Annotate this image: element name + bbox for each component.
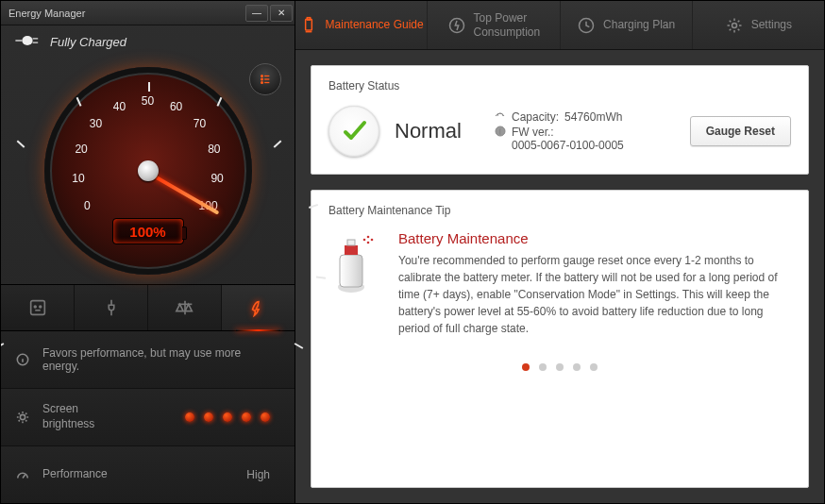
battery-tip-card: Battery Maintenance Tip Batter — [311, 190, 809, 488]
battery-state-text: Normal — [395, 119, 480, 143]
nav-settings[interactable]: Settings — [693, 1, 824, 49]
gauge-menu-button[interactable] — [249, 63, 281, 95]
svg-point-23 — [367, 242, 370, 244]
svg-rect-9 — [305, 19, 311, 30]
pager-dot-5[interactable] — [590, 363, 598, 371]
battery-status-card: Battery Status Normal Capacity: 54760mWh… — [311, 65, 809, 175]
nav-top-power[interactable]: Top Power Consumption — [428, 1, 560, 49]
tip-title: Battery Maintenance — [398, 230, 791, 246]
performance-icon — [16, 468, 33, 481]
nav-charging-plan[interactable]: Charging Plan — [561, 1, 693, 49]
svg-rect-4 — [30, 301, 44, 315]
mode-tab-conservation[interactable] — [75, 285, 148, 330]
svg-rect-20 — [347, 240, 355, 245]
svg-point-24 — [371, 239, 374, 242]
plug-icon — [14, 33, 50, 51]
svg-point-3 — [261, 82, 263, 84]
battery-gauge: 100% 0102030405060708090100 — [44, 67, 252, 275]
pager-dot-2[interactable] — [539, 363, 547, 371]
svg-point-6 — [39, 306, 41, 308]
battery-meta: Capacity: 54760mWh i FW ver.: 0005-0067-… — [495, 109, 675, 154]
svg-point-13 — [732, 23, 736, 27]
performance-row[interactable]: Performance High — [1, 446, 295, 503]
brightness-dots — [127, 412, 279, 422]
pager-dot-4[interactable] — [573, 363, 581, 371]
pager-dot-3[interactable] — [556, 363, 564, 371]
brightness-row[interactable]: Screen brightness — [1, 389, 295, 446]
svg-rect-17 — [340, 255, 362, 287]
mode-tab-performance[interactable] — [222, 285, 295, 330]
app-title: Energy Manager — [8, 8, 85, 19]
svg-text:i: i — [499, 127, 501, 136]
battery-percent-badge: 100% — [112, 218, 184, 244]
brightness-label: Screen brightness — [42, 402, 127, 431]
svg-point-22 — [367, 236, 370, 239]
status-check-icon — [328, 106, 379, 157]
spray-can-icon — [328, 230, 379, 337]
mode-tab-smart[interactable] — [1, 285, 75, 330]
gauge-reset-button[interactable]: Gauge Reset — [690, 116, 791, 146]
brightness-icon — [16, 411, 33, 424]
mode-description-row: Favors performance, but may use more ene… — [1, 331, 295, 389]
gauge-area: 100% 0102030405060708090100 — [1, 58, 295, 284]
mode-description-text: Favors performance, but may use more ene… — [42, 346, 279, 373]
left-panel: Energy Manager — ✕ Fully Charged 100% 01… — [1, 1, 295, 503]
svg-point-21 — [363, 239, 366, 242]
right-panel: Maintenance Guide Top Power Consumption … — [295, 1, 824, 503]
svg-point-2 — [261, 78, 263, 80]
tip-pager — [328, 363, 791, 371]
titlebar: Energy Manager — ✕ — [1, 1, 295, 25]
mode-tab-balanced[interactable] — [148, 285, 222, 330]
tip-body-text: You're recommended to perform gauge rese… — [398, 252, 791, 337]
performance-value: High — [127, 468, 279, 481]
mode-tabbar — [1, 284, 295, 331]
charge-status-row: Fully Charged — [1, 25, 295, 58]
svg-point-1 — [261, 76, 263, 77]
mode-info-list: Favors performance, but may use more ene… — [1, 331, 295, 503]
battery-status-heading: Battery Status — [328, 79, 791, 92]
performance-label: Performance — [42, 467, 127, 482]
svg-point-8 — [20, 414, 25, 419]
pager-dot-1[interactable] — [522, 363, 530, 371]
minimize-button[interactable]: — — [245, 5, 268, 22]
info-icon — [16, 353, 33, 366]
battery-tip-heading: Battery Maintenance Tip — [328, 204, 791, 217]
charge-status-text: Fully Charged — [50, 35, 126, 49]
top-nav: Maintenance Guide Top Power Consumption … — [295, 1, 824, 50]
svg-point-5 — [34, 306, 36, 308]
close-button[interactable]: ✕ — [270, 5, 293, 22]
svg-point-0 — [22, 36, 32, 45]
svg-rect-19 — [345, 245, 358, 255]
content-area: Battery Status Normal Capacity: 54760mWh… — [295, 50, 824, 503]
nav-maintenance-guide[interactable]: Maintenance Guide — [295, 1, 428, 49]
